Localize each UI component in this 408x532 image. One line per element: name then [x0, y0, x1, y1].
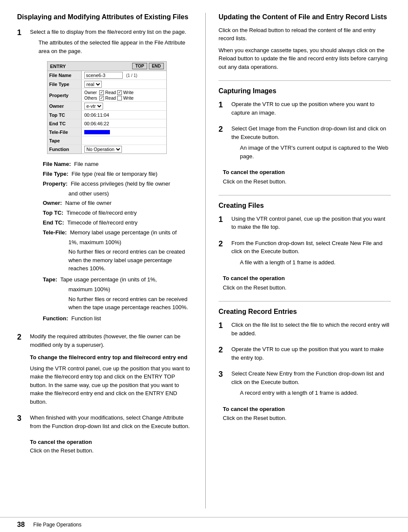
def-owner-term: Owner: — [43, 199, 62, 208]
def-property-term: Property: — [43, 180, 68, 189]
step-1-sub: The attributes of the selected file appe… — [38, 38, 192, 55]
step-2-sub-title: To change the file/record entry top and … — [30, 353, 192, 362]
function-value: No Operation — [82, 145, 166, 154]
left-cancel-text: Click on the Reset button. — [30, 446, 192, 455]
owner-select[interactable]: e-vtr — [84, 103, 103, 109]
endtc-label: End TC — [47, 119, 82, 127]
def-property: Property: File access privileges (held b… — [43, 180, 192, 189]
updating-title: Updating the Content of File and Entry R… — [219, 13, 391, 22]
left-cancel-section: To cancel the operation Click on the Res… — [30, 438, 192, 455]
capturing-title: Capturing Images — [219, 87, 391, 96]
def-property-continued: and other users) — [68, 189, 192, 198]
def-tape-pct: maximum 100%) — [68, 285, 192, 294]
end-button[interactable]: END — [149, 63, 164, 69]
property-value: Owner Read Write Others — [82, 89, 166, 101]
step-3-number: 3 — [17, 414, 26, 433]
others-read-label: Read — [105, 95, 116, 100]
def-telefile: Tele-File: Memory label usage percentage… — [43, 228, 192, 237]
step-2: 2 Modify the required attributes (howeve… — [17, 332, 192, 408]
def-toptc: Top TC: Timecode of file/record entry — [43, 209, 192, 218]
creating-records-title: Creating Record Entries — [219, 307, 391, 316]
step-3-text: When finished with your modifications, s… — [30, 414, 192, 430]
others-write-checkbox[interactable] — [117, 96, 122, 100]
createentry-cancel-title: To cancel the operation — [223, 405, 391, 414]
owner-write-checkbox[interactable] — [117, 90, 122, 95]
createentry-step-1: 1 Click on the file list to select the f… — [219, 321, 391, 340]
createentry-step-3-sub: A record entry with a length of 1 frame … — [240, 389, 391, 397]
createfile-cancel-title: To cancel the operation — [223, 274, 391, 283]
createfile-step-2-text: From the Function drop-down list, select… — [231, 239, 391, 256]
capture-step-2-number: 2 — [219, 124, 227, 163]
telefile-bar — [84, 130, 110, 134]
others-prefix-label: Others — [84, 96, 98, 100]
def-owner-desc: Name of file owner — [64, 199, 112, 208]
createentry-step-3-text: Select Create New Entry from the Functio… — [231, 369, 391, 386]
capture-step-2-text: Select Get Image from the Function drop-… — [231, 124, 391, 141]
step-2-content: Modify the required attributes (however,… — [30, 332, 192, 408]
property-label: Property — [47, 89, 82, 101]
footer-label: File Page Operations — [33, 522, 82, 528]
def-tape: Tape: Tape usage percentage (in units of… — [43, 275, 192, 284]
step-1-text: Select a file to display from the file/r… — [30, 28, 192, 36]
right-column: Updating the Content of File and Entry R… — [205, 13, 391, 508]
def-tape-term: Tape: — [43, 275, 57, 284]
property-owner-line: Owner Read Write — [84, 90, 133, 95]
updating-para1: Click on the Reload button to reload the… — [219, 26, 391, 43]
createfile-cancel-section: To cancel the operation Click on the Res… — [223, 274, 391, 292]
step-2-text: Modify the required attributes (however,… — [30, 332, 192, 349]
owner-read-checkbox[interactable] — [99, 90, 104, 95]
top-button[interactable]: TOP — [132, 63, 147, 69]
capture-step-2: 2 Select Get Image from the Function dro… — [219, 124, 391, 163]
step-3: 3 When finished with your modifications,… — [17, 414, 192, 433]
step-3-content: When finished with your modifications, s… — [30, 414, 192, 433]
createfile-step-2-sub: A file with a length of 1 frame is added… — [240, 258, 391, 267]
createentry-step-3-number: 3 — [219, 369, 227, 400]
createentry-step-2-text: Operate the VTR to cue up the position t… — [231, 345, 391, 362]
filetype-value: real — [82, 80, 166, 89]
createfile-step-1: 1 Using the VTR control panel, cue up th… — [219, 215, 391, 234]
createfile-step-1-number: 1 — [219, 215, 227, 234]
left-section-title: Displaying and Modifying Attributes of E… — [17, 13, 192, 22]
telefile-value — [82, 129, 166, 135]
def-function-desc: Function list — [70, 314, 101, 323]
attribute-definitions: File Name: File name File Type: File typ… — [43, 160, 192, 323]
def-filename-desc: File name — [73, 160, 99, 169]
createfile-step-2-content: From the Function drop-down list, select… — [231, 239, 391, 269]
step-1-number: 1 — [17, 28, 26, 328]
attr-row-filename: File Name (1 / 1) — [47, 71, 166, 80]
attr-row-toptc: Top TC 00:06:11:04 — [47, 111, 166, 119]
tape-value — [82, 140, 166, 142]
others-write-label: Write — [123, 95, 133, 100]
capture-cancel-title: To cancel the operation — [223, 168, 391, 177]
capture-step-1: 1 Operate the VTR to cue up the position… — [219, 100, 391, 119]
def-function: Function: Function list — [43, 314, 192, 323]
def-telefile-pct: 1%, maximum 100%) — [68, 238, 192, 247]
section-capturing: Capturing Images 1 Operate the VTR to cu… — [219, 80, 391, 195]
capture-step-2-content: Select Get Image from the Function drop-… — [231, 124, 391, 163]
others-read-checkbox[interactable] — [99, 96, 104, 100]
createentry-cancel-text: Click on the Reset button. — [223, 414, 391, 423]
capture-cancel-text: Click on the Reset button. — [223, 177, 391, 186]
section-updating: Updating the Content of File and Entry R… — [219, 13, 391, 80]
attr-row-tape: Tape — [47, 136, 166, 145]
owner-prefix-label: Owner — [84, 90, 98, 95]
createentry-step-1-number: 1 — [219, 321, 227, 340]
filename-input[interactable] — [84, 72, 123, 79]
filetype-select[interactable]: real — [84, 81, 102, 88]
def-filename: File Name: File name — [43, 160, 192, 169]
def-endtc-desc: Timecode of file/record entry — [66, 219, 138, 228]
createentry-step-3-content: Select Create New Entry from the Functio… — [231, 369, 391, 400]
def-endtc: End TC: Timecode of file/record entry — [43, 219, 192, 228]
def-tape-note: No further files or record entries can b… — [68, 295, 192, 312]
capture-step-1-content: Operate the VTR to cue up the position w… — [231, 100, 391, 119]
owner-value: e-vtr — [82, 102, 166, 110]
entry-label: ENTRY — [50, 64, 66, 69]
def-filename-term: File Name: — [43, 160, 71, 169]
function-select[interactable]: No Operation — [84, 146, 122, 153]
updating-para2: When you exchange cassette tapes, you sh… — [219, 46, 391, 71]
createfile-step-1-content: Using the VTR control panel, cue up the … — [231, 215, 391, 234]
function-label: Function — [47, 145, 82, 154]
telefile-label: Tele-File — [47, 128, 82, 136]
def-toptc-desc: Timecode of file/record entry — [65, 209, 137, 218]
capture-step-1-text: Operate the VTR to cue up the position w… — [231, 100, 391, 117]
